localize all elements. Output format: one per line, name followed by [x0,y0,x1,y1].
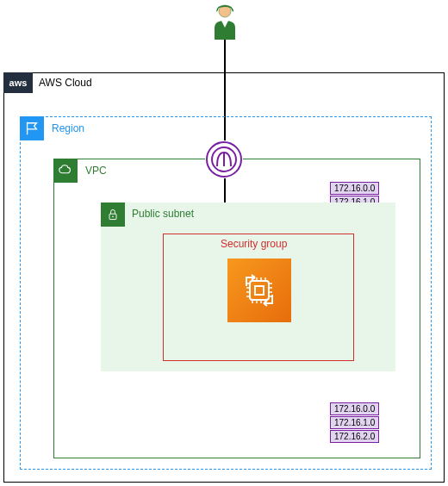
aws-logo-icon: aws [3,72,33,93]
vpc-container: VPC 172.16.0.0 172.16.1.0 172.16.2.0 [53,159,420,458]
svg-point-5 [112,216,114,218]
ec2-instance-icon [227,259,291,322]
route-table-bottom: 172.16.0.0 172.16.1.0 172.16.2.0 [330,402,379,443]
public-subnet-container: Public subnet Security group [101,202,395,371]
architecture-diagram: aws AWS Cloud Region VPC [0,0,448,486]
internet-gateway-icon [205,140,243,178]
cidr-entry: 172.16.0.0 [330,182,379,195]
cidr-entry: 172.16.2.0 [330,430,379,443]
aws-cloud-label: AWS Cloud [39,77,92,89]
security-group-container: Security group [163,234,354,361]
security-group-label: Security group [221,238,287,250]
user-icon [211,3,239,40]
vpc-cloud-icon [53,159,78,183]
region-flag-icon [20,116,44,140]
region-container: Region VPC 172.16.0.0 172.16.1.0 [20,116,432,470]
aws-cloud-container: aws AWS Cloud Region VPC [3,72,445,483]
subnet-label: Public subnet [132,208,194,220]
cidr-entry: 172.16.1.0 [330,416,379,429]
region-label: Region [52,122,84,134]
svg-rect-7 [255,286,264,295]
vpc-label: VPC [85,165,107,177]
svg-rect-6 [250,281,269,300]
cidr-entry: 172.16.0.0 [330,402,379,415]
subnet-lock-icon [101,202,125,227]
